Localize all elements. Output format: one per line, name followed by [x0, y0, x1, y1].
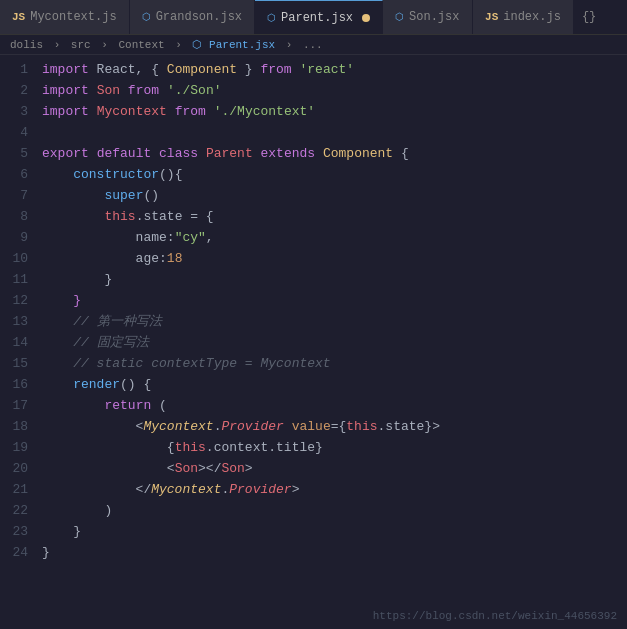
code-line-18: <Mycontext.Provider value={this.state}>: [42, 416, 627, 437]
code-line-12: }: [42, 290, 627, 311]
tab-extra[interactable]: {}: [574, 0, 604, 34]
tab-index[interactable]: JS index.js: [473, 0, 574, 34]
bc-part: dolis: [10, 39, 43, 51]
code-line-3: import Mycontext from './Mycontext': [42, 101, 627, 122]
breadcrumb: dolis › src › Context › ⬡ Parent.jsx › .…: [0, 35, 627, 55]
line-numbers: 1 2 3 4 5 6 7 8 9 10 11 12 13 14 15 16 1…: [0, 59, 38, 607]
code-line-20: <Son></Son>: [42, 458, 627, 479]
js-icon: JS: [12, 11, 25, 23]
tab-bar: JS Mycontext.js ⬡ Grandson.jsx ⬡ Parent.…: [0, 0, 627, 35]
code-line-14: // 固定写法: [42, 332, 627, 353]
bc-file: ⬡ Parent.jsx: [192, 39, 275, 51]
jsx-icon: ⬡: [142, 11, 151, 23]
code-line-10: age:18: [42, 248, 627, 269]
code-line-22: ): [42, 500, 627, 521]
tab-label: Mycontext.js: [30, 10, 116, 24]
bc-part: Context: [118, 39, 164, 51]
code-lines[interactable]: import React, { Component } from 'react'…: [38, 59, 627, 607]
code-line-15: // static contextType = Mycontext: [42, 353, 627, 374]
code-line-5: export default class Parent extends Comp…: [42, 143, 627, 164]
code-line-24: }: [42, 542, 627, 563]
code-line-7: super(): [42, 185, 627, 206]
js-icon: JS: [485, 11, 498, 23]
code-line-1: import React, { Component } from 'react': [42, 59, 627, 80]
jsx-icon: ⬡: [395, 11, 404, 23]
tab-son[interactable]: ⬡ Son.jsx: [383, 0, 473, 34]
tab-mycontext[interactable]: JS Mycontext.js: [0, 0, 130, 34]
tab-label: index.js: [503, 10, 561, 24]
tab-parent[interactable]: ⬡ Parent.jsx: [255, 0, 383, 34]
modified-dot: [362, 14, 370, 22]
watermark-text: https://blog.csdn.net/weixin_44656392: [373, 610, 617, 622]
tab-grandson[interactable]: ⬡ Grandson.jsx: [130, 0, 255, 34]
code-line-2: import Son from './Son': [42, 80, 627, 101]
tab-label: Parent.jsx: [281, 11, 353, 25]
code-line-21: </Mycontext.Provider>: [42, 479, 627, 500]
tab-label: Son.jsx: [409, 10, 459, 24]
code-line-23: }: [42, 521, 627, 542]
tab-extra-label: {}: [582, 10, 596, 24]
code-line-9: name:"cy",: [42, 227, 627, 248]
code-line-19: {this.context.title}: [42, 437, 627, 458]
jsx-icon: ⬡: [267, 12, 276, 24]
code-line-8: this.state = {: [42, 206, 627, 227]
code-line-4: [42, 122, 627, 143]
code-line-6: constructor(){: [42, 164, 627, 185]
watermark: https://blog.csdn.net/weixin_44656392: [0, 607, 627, 625]
bc-part: ...: [303, 39, 323, 51]
tab-label: Grandson.jsx: [156, 10, 242, 24]
bc-part: src: [71, 39, 91, 51]
code-line-17: return (: [42, 395, 627, 416]
code-line-11: }: [42, 269, 627, 290]
code-line-16: render() {: [42, 374, 627, 395]
code-line-13: // 第一种写法: [42, 311, 627, 332]
code-area: 1 2 3 4 5 6 7 8 9 10 11 12 13 14 15 16 1…: [0, 55, 627, 607]
